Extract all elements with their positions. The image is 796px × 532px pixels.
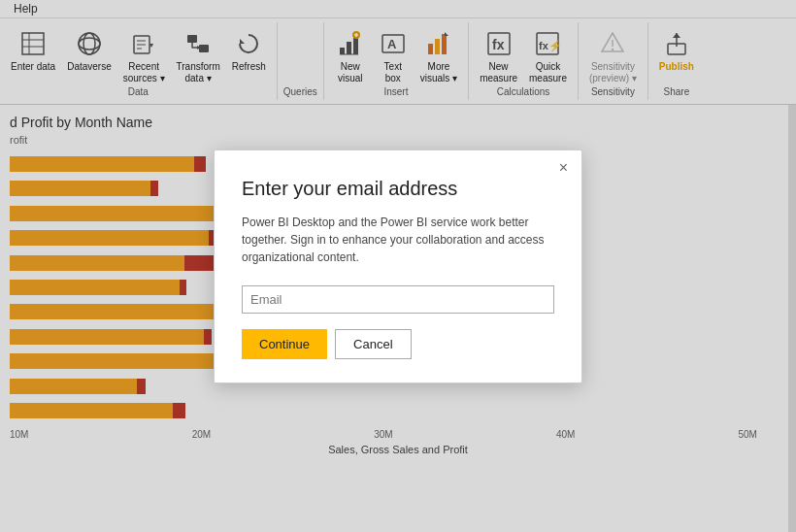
email-input[interactable] xyxy=(242,285,554,314)
modal-actions: Continue Cancel xyxy=(242,329,554,359)
continue-button[interactable]: Continue xyxy=(242,329,327,359)
email-modal: × Enter your email address Power BI Desk… xyxy=(214,150,582,383)
modal-overlay: × Enter your email address Power BI Desk… xyxy=(0,0,796,532)
cancel-button[interactable]: Cancel xyxy=(335,329,411,359)
modal-title: Enter your email address xyxy=(242,178,554,200)
modal-close-button[interactable]: × xyxy=(559,160,568,176)
modal-description: Power BI Desktop and the Power BI servic… xyxy=(242,214,554,266)
